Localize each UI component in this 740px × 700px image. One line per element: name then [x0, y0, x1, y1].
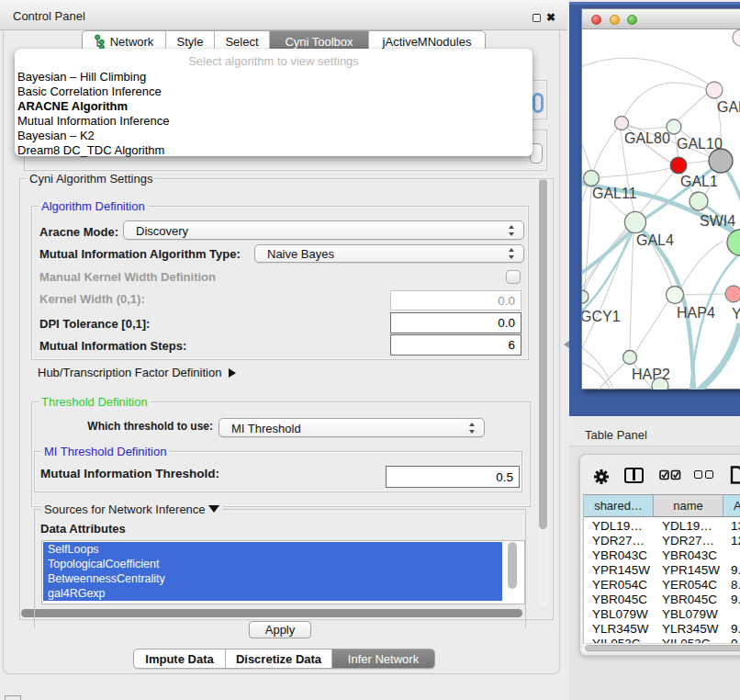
- svg-text:HAP4: HAP4: [677, 305, 715, 321]
- svg-text:GAL11: GAL11: [592, 186, 637, 201]
- svg-text:GAL7: GAL7: [717, 99, 740, 115]
- svg-text:GAL10: GAL10: [677, 136, 723, 152]
- svg-text:YEL0: YEL0: [732, 306, 740, 322]
- svg-text:HAP2: HAP2: [632, 367, 670, 382]
- svg-text:GAL80: GAL80: [624, 130, 670, 146]
- svg-text:GCY1: GCY1: [582, 309, 621, 324]
- svg-text:GAL4: GAL4: [636, 232, 674, 248]
- svg-text:GAL1: GAL1: [680, 174, 718, 189]
- svg-text:SWI4: SWI4: [700, 213, 735, 229]
